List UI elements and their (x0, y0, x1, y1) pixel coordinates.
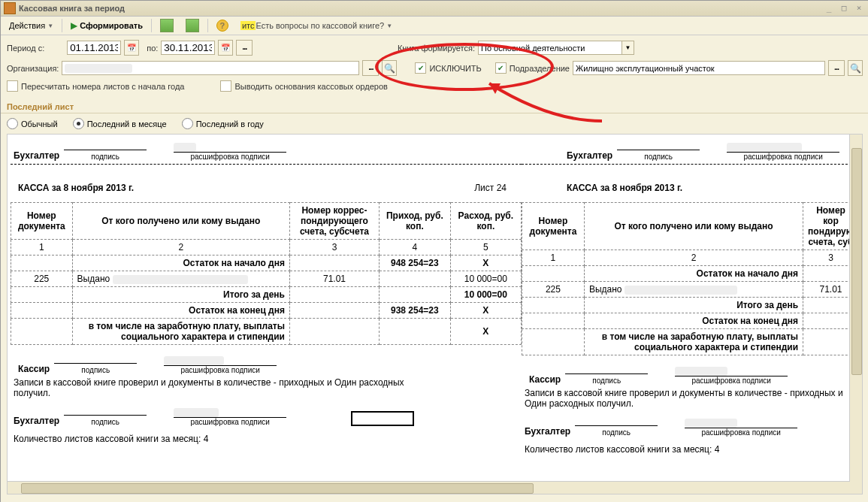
report-area: Бухгалтер подпись расшифровка подписи КА… (7, 134, 863, 494)
subdiv-value: Жилищно эксплутационный участок (576, 64, 715, 73)
period-to-calendar[interactable]: 📅 (218, 40, 233, 56)
dropdown-icon[interactable]: ▼ (622, 41, 634, 54)
recount-label: Пересчитать номера листов с начала года (21, 82, 184, 91)
maximize-button[interactable]: □ (837, 3, 851, 14)
radio-usual[interactable] (7, 118, 18, 129)
black-rectangle (351, 411, 414, 426)
book-forms-value: По основной деятельности (481, 44, 585, 53)
toolbar: Действия▼ ▶Сформировать ? итсЕсть вопрос… (1, 17, 868, 35)
its-question-button[interactable]: итсЕсть вопросы по кассовой книге?▼ (235, 17, 398, 34)
titlebar: Кассовая книга за период _ □ × (1, 1, 868, 17)
form-button[interactable]: ▶Сформировать (65, 17, 148, 34)
close-button[interactable]: × (852, 3, 866, 14)
radio-last-year[interactable] (182, 118, 193, 129)
window-title: Кассовая книга за период (19, 4, 125, 13)
period-from-label: Период с: (7, 44, 44, 53)
period-to-input[interactable] (161, 41, 215, 55)
subdiv-checkbox[interactable] (495, 62, 507, 74)
recount-checkbox[interactable] (7, 80, 18, 92)
cash-table-right: Номер документа От кого получено или ком… (522, 202, 859, 355)
filters-panel: Период с: 📅 по: 📅 ... Книга формируется:… (1, 35, 868, 99)
app-icon (4, 2, 16, 14)
org-label: Организация: (7, 64, 59, 73)
org-search-button[interactable]: 🔍 (382, 60, 397, 76)
book-forms-label: Книга формируется: (398, 44, 475, 53)
subdiv-input[interactable]: Жилищно эксплутационный участок (573, 61, 825, 75)
vertical-scrollbar[interactable] (849, 135, 862, 494)
org-select-button[interactable]: ... (362, 60, 379, 76)
actions-menu[interactable]: Действия▼ (4, 17, 59, 34)
cash-table-left: Номер документа От кого получено или ком… (11, 202, 522, 345)
subdiv-search-button[interactable]: 🔍 (848, 60, 863, 76)
horizontal-scrollbar[interactable] (8, 481, 850, 494)
org-input[interactable] (62, 61, 359, 75)
radio-last-month[interactable] (73, 118, 84, 129)
period-from-calendar[interactable]: 📅 (124, 40, 139, 56)
toolbar-icon-2[interactable] (180, 17, 204, 34)
toolbar-icon-1[interactable] (155, 17, 179, 34)
subdiv-select-button[interactable]: ... (828, 60, 845, 76)
minimize-button[interactable]: _ (822, 3, 836, 14)
subdiv-label: Подразделение (510, 64, 570, 73)
showbasis-checkbox[interactable] (220, 80, 231, 92)
exclude-label: ИСКЛЮЧИТЬ (429, 64, 481, 73)
last-sheet-title: Последний лист (1, 99, 868, 113)
book-forms-combo[interactable]: По основной деятельности ▼ (478, 41, 634, 55)
period-to-label: по: (147, 44, 158, 53)
help-button[interactable]: ? (211, 17, 234, 34)
period-select-button[interactable]: ... (236, 40, 253, 56)
last-sheet-radios: Обычный Последний в месяце Последний в г… (1, 113, 868, 134)
exclude-checkbox[interactable] (415, 62, 426, 74)
period-from-input[interactable] (67, 41, 121, 55)
showbasis-label: Выводить основания кассовых ордеров (234, 82, 387, 91)
